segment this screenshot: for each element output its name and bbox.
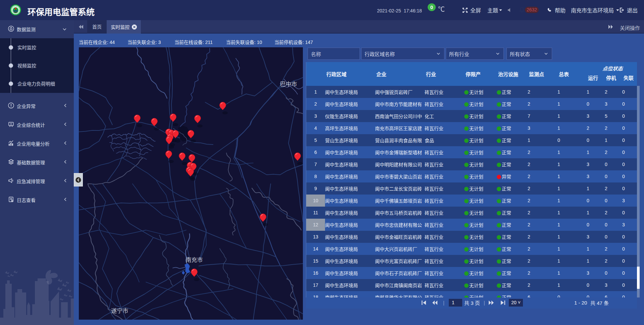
svg-text:遂宁市: 遂宁市 xyxy=(111,308,128,314)
svg-text:巴中市: 巴中市 xyxy=(280,81,297,88)
svg-text:南充市: 南充市 xyxy=(186,257,203,263)
